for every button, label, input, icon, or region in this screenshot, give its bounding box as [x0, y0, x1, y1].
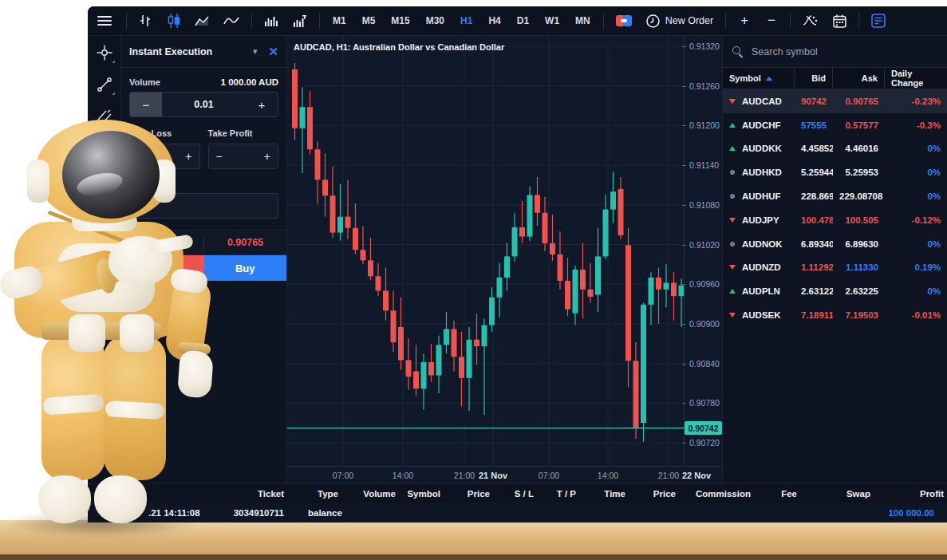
timeframe-m5[interactable]: M5: [354, 6, 384, 35]
symbol-search[interactable]: Search symbol: [723, 36, 947, 68]
stop-loss-stepper[interactable]: − +: [129, 144, 200, 169]
comment-input[interactable]: [129, 193, 278, 219]
new-order-label: New Order: [665, 15, 713, 26]
line-chart-icon[interactable]: [216, 6, 247, 35]
watch-row-audcad[interactable]: AUDCAD907420.90765-0.23%: [723, 89, 947, 113]
balance-ticket: 3034910711: [191, 508, 287, 518]
time-axis-label: 14:00: [598, 471, 618, 480]
history-column-price[interactable]: Price: [629, 489, 679, 499]
bid-value: 5.25944: [795, 168, 833, 177]
indicators-icon[interactable]: [795, 6, 826, 35]
one-click-trading-icon[interactable]: [609, 6, 639, 35]
symbol-name: AUDHKD: [723, 168, 795, 177]
history-column-price[interactable]: Price: [444, 489, 493, 499]
trendline-icon[interactable]: [94, 74, 115, 95]
time-axis-label: 07:00: [333, 471, 353, 480]
trading-terminal-window: M1M5M15M30H1H4D1W1MN New Order + −: [88, 6, 947, 523]
column-ask[interactable]: Ask: [833, 68, 885, 89]
symbol-name: AUDNOK: [723, 239, 795, 249]
price-axis[interactable]: 0.90742 0.913200.912600.912000.911400.91…: [684, 36, 722, 466]
take-profit-stepper[interactable]: − +: [208, 144, 279, 169]
calendar-icon[interactable]: [826, 6, 854, 35]
column-daily-change[interactable]: Daily Change: [885, 68, 947, 89]
bars-chart-icon[interactable]: [132, 6, 160, 35]
time-axis-label: 21:00: [658, 471, 679, 480]
sell-button[interactable]: Sell: [121, 255, 204, 281]
channel-icon[interactable]: [94, 106, 115, 127]
watch-row-audchf[interactable]: AUDCHF575550.57577-0.3%: [723, 113, 947, 137]
history-column-symbol[interactable]: Symbol: [399, 489, 444, 499]
time-axis-label: 07:00: [539, 471, 559, 480]
history-column-type[interactable]: Type: [287, 489, 341, 499]
timeframe-m30[interactable]: M30: [418, 6, 452, 35]
history-column-time[interactable]: Time: [579, 489, 629, 499]
timeframe-h4[interactable]: H4: [480, 6, 508, 35]
stop-loss-increase-button[interactable]: +: [185, 150, 191, 163]
timeframe-mn[interactable]: MN: [567, 6, 598, 35]
stop-loss-decrease-button[interactable]: −: [137, 150, 144, 163]
ask-price: 0.90765: [204, 237, 286, 248]
daily-change-value: -0.23%: [885, 97, 947, 106]
bid-value: 2.63122: [795, 286, 833, 296]
candlestick-chart-icon[interactable]: [160, 6, 187, 35]
price-axis-label: 0.90840: [689, 359, 720, 369]
take-profit-increase-button[interactable]: +: [264, 150, 270, 163]
price-axis-label: 0.91140: [689, 160, 719, 170]
volume-stepper: − 0.01 +: [129, 92, 278, 117]
watch-row-audjpy[interactable]: AUDJPY100.478100.505-0.12%: [723, 208, 947, 232]
volumes-icon[interactable]: [257, 6, 286, 35]
timeframe-h1[interactable]: H1: [452, 6, 480, 35]
daily-change-value: -0.01%: [885, 310, 947, 320]
timeframe-d1[interactable]: D1: [509, 6, 537, 35]
ask-value: 229.08708: [833, 191, 885, 201]
timeframe-m1[interactable]: M1: [325, 6, 354, 35]
watch-row-audhkd[interactable]: AUDHKD5.259445.259530%: [723, 160, 947, 184]
order-mode-select[interactable]: Instant Execution: [129, 46, 253, 57]
new-order-button[interactable]: New Order: [639, 6, 720, 35]
column-bid[interactable]: Bid: [795, 68, 833, 89]
menu-icon[interactable]: [88, 6, 121, 35]
ask-value: 100.505: [833, 215, 885, 225]
watch-row-auddkk[interactable]: AUDDKK4.458524.460160%: [723, 137, 947, 161]
watch-row-audnok[interactable]: AUDNOK6.893406.896300%: [723, 232, 947, 256]
history-column-sl[interactable]: S / L: [493, 489, 537, 499]
history-column-tp[interactable]: T / P: [537, 489, 579, 499]
crosshair-icon[interactable]: [94, 42, 115, 63]
up-arrow-icon: [729, 123, 736, 128]
volume-decrease-button[interactable]: −: [130, 93, 162, 116]
column-symbol[interactable]: Symbol: [723, 68, 795, 89]
zoom-out-button[interactable]: −: [758, 6, 785, 35]
time-axis[interactable]: 07:0014:0021:0021 Nov07:0014:0021:0022 N…: [287, 466, 722, 483]
history-column-ticket[interactable]: Ticket: [191, 489, 287, 499]
chart-area[interactable]: AUDCAD, H1: Australian Dollar vs Canadia…: [287, 36, 722, 483]
history-column-volume[interactable]: Volume: [341, 489, 399, 499]
timeframe-m15[interactable]: M15: [383, 6, 417, 35]
candlestick-chart[interactable]: [287, 36, 684, 466]
daily-change-value: 0%: [885, 168, 947, 177]
date-axis-label: 21 Nov: [479, 471, 507, 480]
balance-profit: 100 000.00: [874, 508, 947, 518]
ask-value: 6.89630: [833, 239, 885, 249]
watch-row-audhuf[interactable]: AUDHUF228.86992229.087080%: [723, 184, 947, 208]
watch-row-audnzd[interactable]: AUDNZD1.112921.113300.19%: [723, 256, 947, 280]
buy-button[interactable]: Buy: [204, 255, 287, 281]
area-chart-icon[interactable]: [187, 6, 216, 35]
volume-increase-button[interactable]: +: [246, 93, 278, 116]
timeframe-w1[interactable]: W1: [537, 6, 567, 35]
history-column-fee[interactable]: Fee: [754, 489, 800, 499]
history-column-swap[interactable]: Swap: [800, 489, 874, 499]
chevron-down-icon[interactable]: ▾: [253, 46, 258, 57]
zoom-in-button[interactable]: +: [731, 6, 758, 35]
news-icon[interactable]: [864, 6, 893, 35]
close-icon[interactable]: ✕: [268, 45, 278, 59]
take-profit-decrease-button[interactable]: −: [216, 150, 223, 163]
balance-row[interactable]: .21 14:11:08 3034910711 balance 100 000.…: [88, 503, 947, 523]
watch-row-audpln[interactable]: AUDPLN2.631222.632250%: [723, 279, 947, 303]
floor-illustration: [0, 520, 947, 560]
watch-row-audsek[interactable]: AUDSEK7.189117.19503-0.01%: [723, 303, 947, 327]
astronaut-boot: [38, 475, 91, 523]
history-column-commission[interactable]: Commission: [679, 489, 754, 499]
tick-volumes-icon[interactable]: [286, 6, 314, 35]
history-column-profit[interactable]: Profit: [874, 489, 947, 499]
volume-input[interactable]: 0.01: [162, 93, 246, 116]
